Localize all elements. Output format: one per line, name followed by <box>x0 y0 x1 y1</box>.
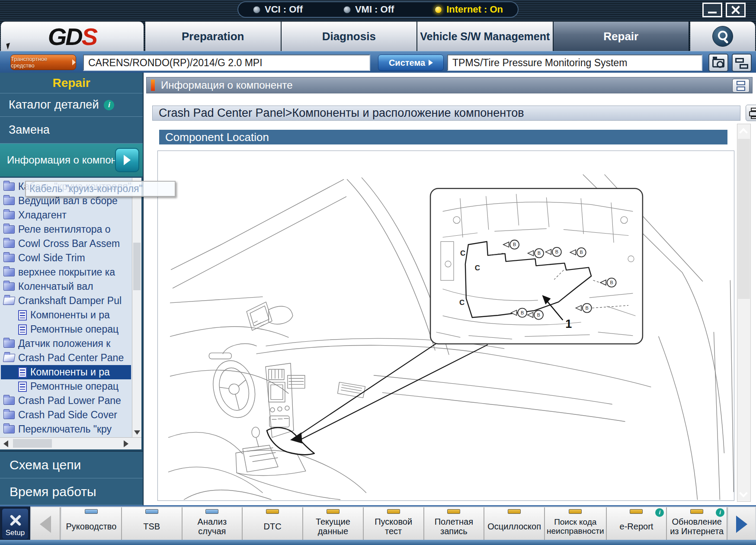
tree-item[interactable]: Ремонтные операц <box>1 379 131 394</box>
sidebar-item-label: Каталог деталей <box>9 98 99 112</box>
toolbar-button-internet-update[interactable]: iОбновление из Интернета <box>667 507 727 541</box>
toolbar-next-button[interactable] <box>728 507 755 541</box>
indicator <box>387 509 400 514</box>
toolbar-button-dtc[interactable]: DTC <box>243 507 303 541</box>
svg-text:B: B <box>521 310 524 315</box>
internet-status-text: Internet : On <box>446 4 503 15</box>
folder-open-icon <box>3 354 16 362</box>
folder-icon <box>3 197 15 205</box>
content-vertical-scrollbar[interactable] <box>737 124 751 502</box>
sidebar-item-label: Замена <box>9 123 50 137</box>
toolbar-button-oscilloscope[interactable]: Осциллоскоп <box>484 507 545 541</box>
tree-item[interactable]: Crankshaft Damper Pul <box>1 294 131 308</box>
indicator <box>205 509 218 514</box>
toolbar-button-actuation-test[interactable]: Пусковой тест <box>364 507 424 541</box>
tree-item[interactable]: Переключатель "кру <box>1 422 131 436</box>
expand-arrow-button[interactable] <box>115 148 139 172</box>
print-button[interactable] <box>746 105 756 121</box>
logo-gd-text: GD <box>48 23 82 50</box>
info-icon[interactable]: i <box>104 100 114 110</box>
screenshot-button[interactable] <box>708 54 728 72</box>
sidebar-item-labor-time[interactable]: Время работы <box>0 478 143 505</box>
scroll-left-icon[interactable] <box>3 440 8 447</box>
sidebar-bottom-menu: Схема цепи Время работы <box>0 451 143 505</box>
folder-icon <box>3 183 15 191</box>
tree-item[interactable]: Хладагент <box>1 208 131 222</box>
tree-item[interactable]: Cowl Cross Bar Assem <box>1 237 131 251</box>
toolbar-prev-button[interactable] <box>31 507 61 541</box>
tree-item[interactable]: Cowl Side Trim <box>1 251 131 265</box>
gds-logo: GDS <box>1 22 144 51</box>
folder-icon <box>3 397 15 405</box>
toolbar-button-case-analysis[interactable]: Анализ случая <box>183 507 243 541</box>
tab-repair[interactable]: Repair <box>554 22 690 51</box>
internet-status-light-icon <box>435 6 442 13</box>
sidebar-item-parts-catalog[interactable]: Каталог деталей i <box>0 93 143 117</box>
search-button[interactable] <box>690 22 755 51</box>
tree-vertical-scrollbar[interactable] <box>132 178 141 437</box>
scrollbar-thumb[interactable] <box>738 139 750 299</box>
vehicle-select-button[interactable]: Транспортное средство <box>10 54 76 70</box>
scroll-down-icon[interactable] <box>739 489 748 497</box>
toolbar-button-fault-code-search[interactable]: Поиск кода неисправности <box>545 507 607 541</box>
folder-icon <box>3 211 15 219</box>
scroll-down-icon[interactable] <box>134 430 140 435</box>
tree-item[interactable]: Коленчатый вал <box>1 279 131 294</box>
connection-status-pill: VCI : Off VMI : Off Internet : On <box>237 1 519 18</box>
layout-icon <box>740 64 748 69</box>
sidebar-item-component-info[interactable]: Информация о компоненте <box>0 144 143 176</box>
content-panel-title: Информация о компоненте <box>161 79 293 91</box>
callout-1-label: 1 <box>565 317 572 330</box>
scroll-up-icon[interactable] <box>739 128 748 137</box>
arrow-left-icon <box>40 516 51 533</box>
sidebar-item-circuit-diagram[interactable]: Схема цепи <box>0 452 143 478</box>
system-field[interactable]: TPMS/Tire Pressure Monitoring System <box>447 54 702 71</box>
scrollbar-thumb[interactable] <box>13 439 52 448</box>
tree-item[interactable]: Crash Pad Side Cover <box>1 408 131 422</box>
indicator <box>266 509 279 514</box>
toolbar-button-current-data[interactable]: Текущие данные <box>303 507 364 541</box>
sidebar-item-replacement[interactable]: Замена <box>0 117 143 144</box>
tree-horizontal-scrollbar[interactable] <box>0 437 141 449</box>
bottom-toolbar: Setup Руководство TSB Анализ случая DTC … <box>0 505 756 540</box>
system-select-button[interactable]: Система <box>378 54 444 71</box>
toolbar-button-flight-record[interactable]: Полетная запись <box>424 507 485 541</box>
layout-switch-button[interactable] <box>732 54 752 72</box>
folder-icon <box>3 282 15 291</box>
tree-item[interactable]: Датчик положения к <box>1 337 131 351</box>
system-select-label: Система <box>389 58 425 68</box>
tree-item[interactable]: Ремонтные операц <box>1 322 131 337</box>
document-icon <box>18 367 27 378</box>
panel-layout-button[interactable] <box>732 79 750 93</box>
tab-preparation[interactable]: Preparation <box>145 22 282 51</box>
folder-icon <box>3 425 15 433</box>
toolbar-button-tsb[interactable]: TSB <box>122 507 183 541</box>
indicator <box>145 509 158 514</box>
gds-application-window: VCI : Off VMI : Off Internet : On GDS Pr… <box>0 0 756 545</box>
setup-button[interactable]: Setup <box>2 508 29 539</box>
vehicle-field[interactable]: CARENS/RONDO(RP)/2014/G 2.0 MPI <box>83 54 370 71</box>
scrollbar-thumb[interactable] <box>133 243 141 290</box>
printer-icon <box>751 108 756 111</box>
folder-icon <box>3 240 15 248</box>
svg-text:C: C <box>460 249 465 257</box>
internet-status: Internet : On <box>435 4 503 15</box>
tab-vehicle-sw-management[interactable]: Vehicle S/W Management <box>417 22 554 51</box>
tree-item[interactable]: верхнее покрытие ка <box>1 265 131 279</box>
svg-text:C: C <box>459 298 464 307</box>
tree-item-selected[interactable]: Компоненты и ра <box>1 365 131 379</box>
indicator <box>630 509 643 514</box>
breadcrumb: Crash Pad Center Panel>Компоненты и расп… <box>152 106 740 121</box>
scroll-right-icon[interactable] <box>124 440 128 447</box>
tree-item[interactable]: Crash Pad Lower Pane <box>1 394 131 408</box>
tree-item[interactable]: Crash Pad Center Pane <box>1 351 131 365</box>
toolbar-button-manual[interactable]: Руководство <box>61 507 122 541</box>
tree-item[interactable]: Реле вентилятора о <box>1 222 131 237</box>
toolbar-button-e-report[interactable]: ie-Report <box>607 507 667 541</box>
tree-item[interactable]: Компоненты и ра <box>1 308 131 322</box>
minimize-button[interactable] <box>702 3 722 17</box>
close-button[interactable] <box>726 3 746 17</box>
tab-diagnosis[interactable]: Diagnosis <box>282 22 418 51</box>
bottom-strip <box>0 540 756 545</box>
car-interior-diagram: B B B B B B B B C C C 1 <box>158 151 734 500</box>
